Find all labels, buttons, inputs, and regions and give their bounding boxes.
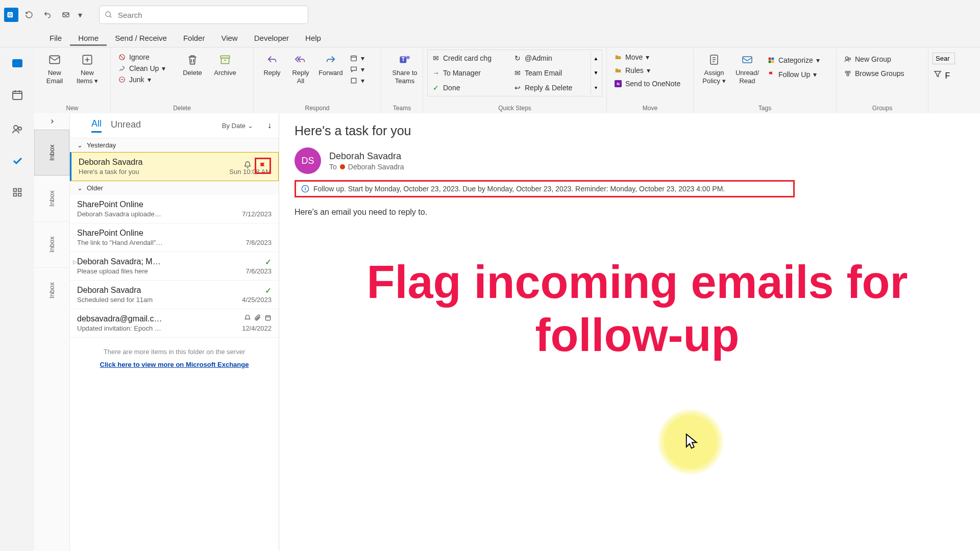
share-teams-button[interactable]: TShare to Teams (385, 49, 424, 85)
tab-send-receive[interactable]: Send / Receive (107, 32, 175, 44)
message-item[interactable]: SharePoint Online Deborah Savadra upload… (70, 195, 279, 223)
tab-developer[interactable]: Developer (246, 32, 297, 44)
archive-button[interactable]: Archive (209, 49, 241, 85)
overlay-title: Flag incoming emails for follow-up (315, 256, 960, 362)
assign-policy-button[interactable]: Assign Policy ▾ (698, 49, 730, 85)
message-subject: Please upload files here (77, 267, 272, 275)
folder-inbox-tab-3[interactable]: Inbox (34, 221, 69, 267)
sort-by-date[interactable]: By Date ⌄ (222, 122, 253, 130)
completed-check-icon: ✓ (265, 257, 272, 267)
reading-subject: Here's a task for you (295, 123, 965, 138)
folder-inbox-tab[interactable]: Inbox (34, 130, 69, 176)
folder-inbox-tab-2[interactable]: Inbox (34, 176, 69, 221)
message-subject: The link to "Hand Arendall"… (77, 239, 272, 246)
qs-up-icon[interactable]: ▲ (594, 56, 599, 61)
reminder-bell-icon (243, 161, 252, 171)
reply-all-button[interactable]: Reply All (286, 49, 315, 89)
qs-down-icon[interactable]: ▼ (594, 70, 599, 76)
thread-expand-icon[interactable]: ▷ (73, 259, 77, 265)
qs-admin[interactable]: ↻@Admin (510, 53, 587, 64)
avatar: DS (295, 147, 321, 174)
followup-button[interactable]: Follow Up ▾ (764, 69, 823, 80)
group-quicksteps-caption: Quick Steps (423, 105, 606, 112)
qs-reply-delete[interactable]: ↩Reply & Delete (510, 82, 587, 93)
group-groups-caption: Groups (837, 105, 928, 112)
svg-rect-35 (18, 193, 21, 196)
im-button[interactable]: ▾ (347, 64, 368, 75)
group-delete-caption: Delete (111, 105, 253, 112)
cleanup-button[interactable]: Clean Up ▾ (115, 63, 176, 74)
search-input[interactable] (99, 6, 308, 24)
tab-file[interactable]: File (41, 32, 70, 44)
forward-button[interactable]: Forward (315, 49, 347, 89)
filter-unread[interactable]: Unread (111, 119, 141, 132)
message-item[interactable]: SharePoint Online The link to "Hand Aren… (70, 223, 279, 252)
nav-more-apps-icon[interactable] (0, 177, 34, 208)
move-button[interactable]: Move ▾ (611, 52, 689, 63)
onenote-button[interactable]: NSend to OneNote (611, 78, 689, 89)
rules-button[interactable]: Rules ▾ (611, 65, 689, 76)
qs-done[interactable]: ✓Done (429, 82, 510, 93)
svg-rect-36 (265, 316, 270, 320)
sort-direction-icon[interactable]: ↓ (267, 121, 272, 130)
refresh-icon[interactable] (21, 7, 37, 22)
tab-view[interactable]: View (213, 32, 246, 44)
svg-point-30 (14, 126, 18, 130)
new-group-button[interactable]: New Group (841, 54, 924, 65)
svg-text:T: T (401, 56, 405, 62)
new-items-button[interactable]: New Items ▾ (71, 49, 104, 85)
flag-icon[interactable] (255, 158, 271, 174)
more-respond-button[interactable]: ▾ (347, 75, 368, 86)
group-yesterday[interactable]: ⌄Yesterday (70, 138, 279, 152)
svg-rect-21 (769, 58, 771, 60)
filter-all[interactable]: All (91, 118, 102, 133)
nav-mail-icon[interactable] (0, 47, 34, 79)
nav-todo-icon[interactable] (0, 145, 34, 177)
followup-infobar: i Follow up. Start by Monday, October 23… (295, 180, 795, 197)
calendar-icon (264, 314, 272, 323)
qs-team-email[interactable]: ✉Team Email (510, 67, 587, 79)
message-item[interactable]: ▷ Deborah Savadra; M… Please upload file… (70, 252, 279, 281)
svg-point-26 (848, 58, 850, 60)
message-item[interactable]: Deborah Savadra Here's a task for you Su… (70, 152, 279, 181)
filter-email-icon[interactable]: F (933, 69, 955, 81)
new-email-label: New Email (42, 69, 67, 85)
delete-button[interactable]: Delete (176, 49, 209, 85)
categorize-button[interactable]: Categorize ▾ (764, 55, 823, 66)
tab-folder[interactable]: Folder (175, 32, 213, 44)
folder-inbox-tab-4[interactable]: Inbox (34, 267, 69, 313)
group-older[interactable]: ⌄Older (70, 181, 279, 195)
nav-people-icon[interactable] (0, 113, 34, 145)
svg-rect-24 (772, 61, 774, 63)
reply-button[interactable]: Reply (258, 49, 286, 89)
qs-credit-card[interactable]: ✉Credit card chg (429, 53, 510, 64)
expand-folder-pane-icon[interactable] (34, 113, 69, 130)
search-people-input[interactable]: Sear (933, 53, 955, 64)
message-date: 12/4/2022 (242, 324, 272, 332)
message-item[interactable]: debsavadra@gmail.c… Updated invitation: … (70, 309, 279, 338)
svg-rect-2 (63, 13, 69, 17)
view-more-link[interactable]: Click here to view more on Microsoft Exc… (75, 361, 274, 368)
qs-to-manager[interactable]: →To Manager (429, 67, 510, 79)
mouse-cursor-icon (684, 433, 700, 451)
message-item[interactable]: Deborah Savadra Scheduled send for 11am … (70, 281, 279, 309)
qs-more-icon[interactable]: ▾ (595, 85, 597, 90)
outlook-app-icon: O (4, 8, 18, 22)
svg-point-28 (848, 71, 850, 73)
junk-button[interactable]: Junk ▾ (115, 74, 176, 85)
tab-home[interactable]: Home (70, 32, 107, 46)
send-receive-icon[interactable] (58, 7, 74, 22)
qat-customize-dropdown[interactable]: ▾ (77, 10, 84, 20)
browse-groups-button[interactable]: Browse Groups (841, 68, 924, 79)
message-from: debsavadra@gmail.c… (77, 314, 272, 323)
group-new-caption: New (34, 105, 110, 112)
message-date: 4/25/2023 (242, 296, 272, 304)
ignore-button[interactable]: Ignore (115, 52, 176, 63)
new-email-button[interactable]: New Email (38, 49, 71, 85)
undo-icon[interactable] (40, 7, 55, 22)
svg-rect-34 (13, 193, 16, 196)
unread-read-button[interactable]: Unread/ Read (730, 49, 764, 85)
nav-calendar-icon[interactable] (0, 79, 34, 111)
tab-help[interactable]: Help (297, 32, 329, 44)
meeting-button[interactable]: ▾ (347, 53, 368, 64)
